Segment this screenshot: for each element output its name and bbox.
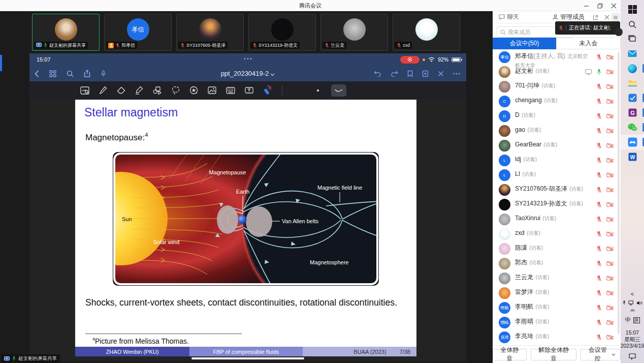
bookmark-icon[interactable] bbox=[407, 70, 413, 77]
member-row[interactable]: 兆琦 李兆琦 (访客) bbox=[493, 330, 621, 345]
camera-off-icon[interactable] bbox=[606, 158, 614, 163]
tab-chat[interactable]: 聊天 bbox=[499, 13, 519, 21]
camera-off-icon[interactable] bbox=[606, 320, 614, 325]
member-row[interactable]: gao (访客) bbox=[493, 124, 621, 138]
member-row[interactable]: 陈潇 (访客) bbox=[493, 241, 621, 256]
keyboard-tool-icon[interactable] bbox=[226, 87, 235, 94]
member-list[interactable]: 孝信 郑孝信(主持人, 我) 北京航空航天大学 bbox=[493, 50, 621, 345]
volume-icon[interactable] bbox=[636, 300, 642, 306]
mic-muted-icon[interactable] bbox=[596, 334, 602, 341]
connection-icon[interactable] bbox=[630, 308, 635, 312]
camera-off-icon[interactable] bbox=[606, 276, 614, 281]
member-row[interactable]: 明航 李明航 (访客) bbox=[493, 300, 621, 315]
mail-app-icon[interactable] bbox=[621, 46, 644, 61]
camera-off-icon[interactable] bbox=[606, 69, 614, 75]
shapes-tool-icon[interactable] bbox=[153, 86, 162, 95]
panel-menu-icon[interactable] bbox=[611, 13, 620, 21]
task-view-button[interactable] bbox=[621, 32, 644, 46]
camera-off-icon[interactable] bbox=[606, 335, 614, 340]
ime-language[interactable]: 中 bbox=[625, 316, 631, 324]
pointer-dot-tool-icon[interactable] bbox=[317, 89, 319, 92]
camera-off-icon[interactable] bbox=[606, 305, 614, 311]
panel-close-icon[interactable] bbox=[604, 15, 609, 20]
document-canvas[interactable]: Stellar magnetism Magnetopause:4 bbox=[29, 99, 466, 361]
camera-off-icon[interactable] bbox=[606, 246, 614, 252]
video-thumbnail[interactable]: 赵文彬的屏幕共享 bbox=[32, 14, 100, 51]
mic-muted-icon[interactable] bbox=[596, 246, 602, 252]
camera-off-icon[interactable] bbox=[606, 128, 614, 134]
mic-muted-icon[interactable] bbox=[596, 128, 602, 134]
video-thumbnail[interactable]: SY2107605-胡圣泽 bbox=[176, 14, 244, 51]
text-tool-icon[interactable] bbox=[245, 86, 253, 94]
list-scrollbar[interactable] bbox=[618, 52, 620, 334]
edge-browser-icon[interactable] bbox=[621, 61, 644, 76]
camera-off-icon[interactable] bbox=[606, 172, 614, 178]
start-button[interactable] bbox=[621, 2, 644, 17]
video-thumbnail[interactable]: 兰云龙 bbox=[320, 14, 388, 51]
restore-icon[interactable] bbox=[597, 3, 603, 9]
member-row[interactable]: 郭杰 (访客) bbox=[493, 256, 621, 271]
mic-muted-icon[interactable] bbox=[596, 157, 602, 164]
camera-off-icon[interactable] bbox=[606, 290, 614, 296]
close-icon[interactable] bbox=[611, 3, 617, 9]
mic-muted-icon[interactable] bbox=[596, 290, 602, 296]
unmute-all-button[interactable]: 解除全体静音 bbox=[531, 349, 576, 360]
highlighter-tool-icon[interactable] bbox=[135, 86, 143, 95]
camera-off-icon[interactable] bbox=[606, 187, 614, 193]
mic-muted-icon[interactable] bbox=[596, 231, 602, 237]
mic-muted-icon[interactable] bbox=[596, 54, 602, 60]
video-thumbnail[interactable]: 孝信 郑孝信 bbox=[104, 14, 172, 51]
sidebar-handle[interactable] bbox=[0, 55, 2, 71]
member-row[interactable]: SY2107605-胡圣泽 (访客) bbox=[493, 183, 621, 197]
tab-in-meeting[interactable]: 会议中(50) bbox=[493, 38, 556, 49]
mic-muted-icon[interactable] bbox=[596, 83, 602, 90]
tab-manage-members[interactable]: 管理成员 bbox=[553, 13, 585, 21]
member-row[interactable]: zxd (访客) bbox=[493, 227, 621, 241]
taskbar-clock[interactable]: 15:07 星期三 2023/4/19 bbox=[621, 329, 644, 349]
tab-not-joined[interactable]: 未入会 bbox=[556, 38, 621, 49]
notes-app-icon[interactable] bbox=[621, 90, 644, 105]
camera-off-icon[interactable] bbox=[606, 113, 614, 119]
member-row[interactable]: 孝信 郑孝信(主持人, 我) 北京航空航天大学 bbox=[493, 50, 621, 65]
camera-off-icon[interactable] bbox=[606, 217, 614, 222]
ime-layout[interactable]: 拼 bbox=[633, 317, 640, 323]
add-page-icon[interactable] bbox=[422, 70, 429, 77]
member-row[interactable]: 雷梦洋 (访客) bbox=[493, 286, 621, 300]
member-row[interactable]: GearBear (访客) bbox=[493, 138, 621, 153]
tray-mic-icon[interactable] bbox=[622, 300, 626, 306]
camera-off-icon[interactable] bbox=[606, 143, 614, 148]
popout-icon[interactable] bbox=[593, 15, 598, 20]
file-explorer-icon[interactable] bbox=[621, 76, 644, 90]
member-row[interactable]: SY2143219-孙道文 (访客) bbox=[493, 197, 621, 212]
member-row[interactable]: L ldj (访客) bbox=[493, 153, 621, 168]
camera-off-icon[interactable] bbox=[606, 54, 614, 60]
redo-icon[interactable] bbox=[391, 70, 398, 77]
pen-tool-icon[interactable] bbox=[99, 86, 107, 95]
lasso-tool-icon[interactable] bbox=[172, 86, 180, 95]
undo-icon[interactable] bbox=[374, 70, 381, 77]
g-app-icon[interactable]: G bbox=[621, 105, 644, 120]
mic-muted-icon[interactable] bbox=[596, 319, 602, 326]
meeting-control-button[interactable]: 会议管控 bbox=[581, 349, 621, 360]
member-row[interactable]: TaoXinrui (访客) bbox=[493, 212, 621, 227]
close-annotation-icon[interactable] bbox=[438, 71, 444, 77]
mic-on-icon[interactable] bbox=[596, 69, 602, 75]
video-thumbnail[interactable]: SY2143219-孙道文 bbox=[248, 14, 316, 51]
mic-muted-icon[interactable] bbox=[596, 216, 602, 223]
mic-muted-icon[interactable] bbox=[596, 187, 602, 193]
eraser-tool-icon[interactable] bbox=[117, 86, 125, 94]
tencent-meeting-app-icon[interactable] bbox=[621, 135, 644, 149]
member-row[interactable]: 兰云龙 (访客) bbox=[493, 271, 621, 286]
member-row[interactable]: L LI (访客) bbox=[493, 168, 621, 183]
mic-muted-icon[interactable] bbox=[596, 98, 602, 105]
wechat-app-icon[interactable] bbox=[621, 120, 644, 135]
more-icon[interactable] bbox=[453, 73, 460, 75]
video-thumbnail[interactable]: zxd bbox=[393, 14, 460, 51]
camera-off-icon[interactable] bbox=[606, 202, 614, 207]
zoom-window-tool-icon[interactable] bbox=[80, 86, 89, 95]
mic-muted-icon[interactable] bbox=[596, 142, 602, 149]
member-row[interactable]: D D (访客) bbox=[493, 109, 621, 124]
camera-off-icon[interactable] bbox=[606, 99, 614, 104]
camera-off-icon[interactable] bbox=[606, 231, 614, 237]
mic-muted-icon[interactable] bbox=[596, 172, 602, 178]
